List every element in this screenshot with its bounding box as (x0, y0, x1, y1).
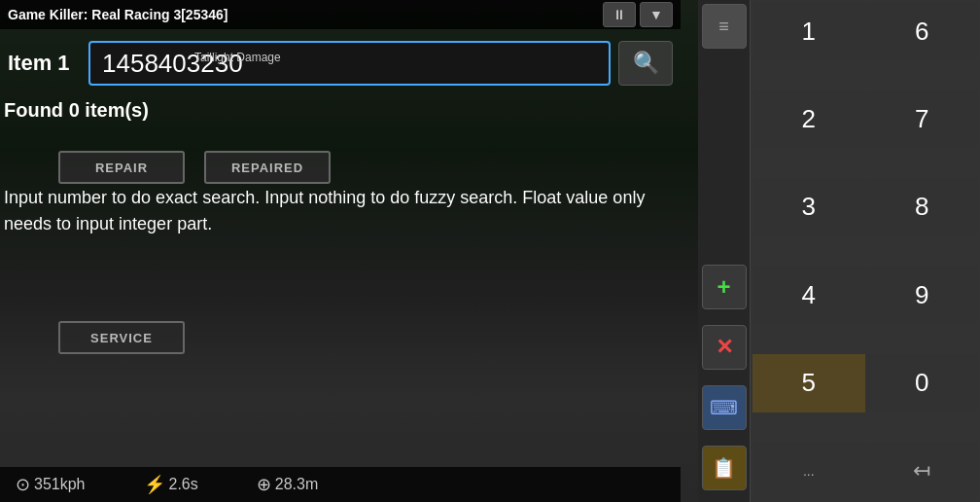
keyboard-button[interactable]: ⌨ (702, 385, 747, 430)
delete-button[interactable]: ✕ (702, 325, 747, 370)
dropdown-button[interactable]: ▼ (640, 2, 673, 27)
numpad: 1 6 2 7 3 8 4 9 5 0 ... ↤ (751, 0, 980, 502)
search-button[interactable]: 🔍 (618, 41, 673, 86)
service-button[interactable]: SERVICE (58, 321, 185, 354)
app-title: Game Killer: Real Racing 3[25346] (8, 7, 228, 22)
num-9-button[interactable]: 9 (866, 266, 979, 324)
plus-icon: + (717, 273, 730, 301)
time-status: ⚡ 2.6s (144, 474, 198, 495)
files-button[interactable]: 📋 (702, 446, 747, 490)
speed-icon: ⊙ (16, 474, 30, 495)
search-row: Item 1 🔍 (0, 34, 681, 92)
right-panel: ≡ + ✕ ⌨ 📋 1 6 2 7 3 8 4 9 5 0 ... ↤ (698, 0, 980, 502)
x-icon: ✕ (716, 335, 733, 360)
repair-button[interactable]: REPAIR (58, 151, 185, 184)
found-items-text: Found 0 item(s) (4, 99, 149, 122)
num-3-button[interactable]: 3 (752, 178, 865, 236)
search-icon: 🔍 (633, 51, 659, 76)
num-1-button[interactable]: 1 (752, 2, 865, 60)
item-label: Item 1 (8, 51, 81, 76)
status-bar: ⊙ 351kph ⚡ 2.6s ⊕ 28.3m (0, 467, 681, 502)
num-8-button[interactable]: 8 (866, 178, 979, 236)
time-icon: ⚡ (144, 474, 165, 495)
distance-status: ⊕ 28.3m (257, 474, 318, 495)
num-6-button[interactable]: 6 (866, 2, 979, 60)
speed-status: ⊙ 351kph (16, 474, 86, 495)
list-view-button[interactable]: ≡ (702, 4, 747, 49)
keyboard-icon: ⌨ (710, 396, 738, 419)
add-button[interactable]: + (702, 265, 747, 309)
title-controls: ⏸ ▼ (603, 2, 673, 27)
side-toolbar: ≡ + ✕ ⌨ 📋 (698, 0, 751, 502)
num-0-button[interactable]: 0 (866, 354, 979, 412)
distance-icon: ⊕ (257, 474, 271, 495)
search-input[interactable] (88, 41, 611, 86)
num-2-button[interactable]: 2 (752, 90, 865, 148)
repaired-button[interactable]: REPAIRED (204, 151, 331, 184)
num-5-button[interactable]: 5 (752, 354, 865, 412)
list-icon: ≡ (718, 17, 729, 37)
num-4-button[interactable]: 4 (752, 266, 865, 324)
instructions-text: Input number to do exact search. Input n… (4, 185, 646, 237)
title-bar: Game Killer: Real Racing 3[25346] (0, 0, 681, 29)
num-7-button[interactable]: 7 (866, 90, 979, 148)
pause-button[interactable]: ⏸ (603, 2, 636, 27)
ellipsis-button[interactable]: ... (752, 442, 865, 500)
backspace-button[interactable]: ↤ (866, 442, 979, 500)
files-icon: 📋 (712, 456, 736, 480)
